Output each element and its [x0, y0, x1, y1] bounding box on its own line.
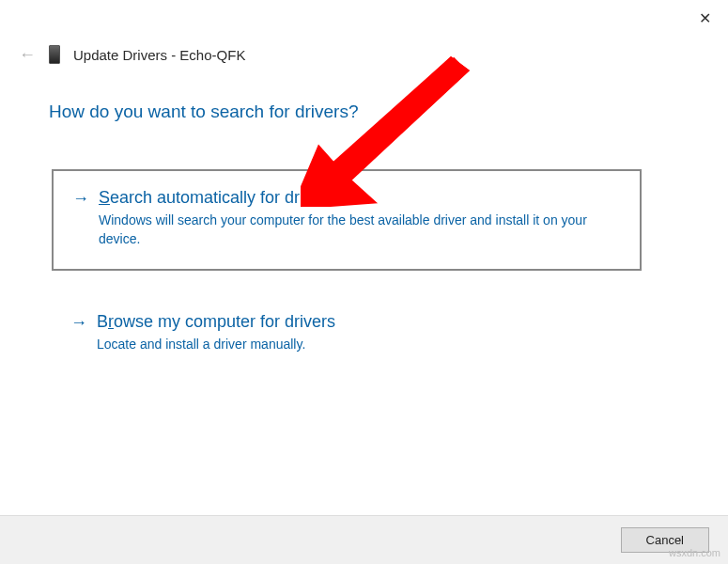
option-description: Locate and install a driver manually. — [97, 336, 604, 354]
option-title: Search automatically for drivers — [99, 188, 621, 208]
footer: Cancel — [0, 515, 728, 564]
arrow-right-icon: → — [72, 188, 89, 248]
window-title: Update Drivers - Echo-QFK — [73, 47, 245, 63]
arrow-right-icon: → — [70, 312, 87, 354]
option-description: Windows will search your computer for th… — [99, 212, 606, 248]
close-icon[interactable]: ✕ — [699, 9, 711, 27]
header: ← Update Drivers - Echo-QFK — [19, 45, 245, 64]
option-title: Browse my computer for drivers — [97, 312, 623, 332]
option-search-automatically[interactable]: → Search automatically for drivers Windo… — [52, 169, 642, 271]
device-icon — [49, 45, 60, 64]
watermark: wsxdn.com — [669, 547, 720, 558]
option-browse-computer[interactable]: → Browse my computer for drivers Locate … — [52, 303, 642, 375]
back-arrow-icon[interactable]: ← — [19, 46, 36, 63]
page-heading: How do you want to search for drivers? — [49, 102, 359, 122]
